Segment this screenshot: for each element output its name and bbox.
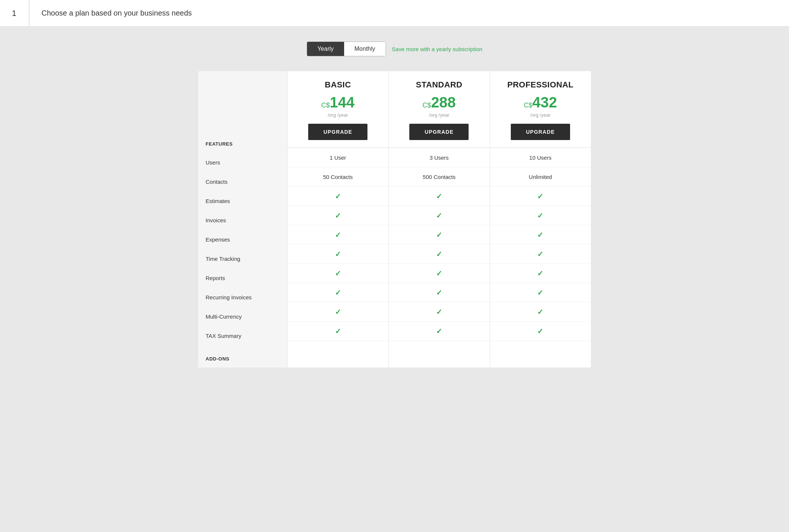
toggle-group: Yearly Monthly <box>307 41 386 56</box>
basic-multicurrency-check: ✓ <box>335 307 341 316</box>
basic-reports-check: ✓ <box>335 269 341 278</box>
professional-reports-cell: ✓ <box>490 263 591 283</box>
standard-period: /org /year <box>394 112 483 118</box>
standard-currency: C$ <box>423 102 431 109</box>
standard-upgrade-button[interactable]: UPGRADE <box>409 124 469 140</box>
professional-contacts-cell: Unlimited <box>490 167 591 186</box>
standard-timetracking-cell: ✓ <box>389 244 489 263</box>
feature-tax-label: TAX Summary <box>198 326 287 345</box>
features-header: FEATURES <box>198 71 287 153</box>
step-title: Choose a plan based on your business nee… <box>30 9 204 17</box>
yearly-toggle-button[interactable]: Yearly <box>307 42 344 56</box>
basic-tax-cell: ✓ <box>287 321 388 340</box>
basic-period: /org /year <box>293 112 382 118</box>
professional-amount: 432 <box>532 94 557 110</box>
professional-invoices-cell: ✓ <box>490 206 591 225</box>
basic-contacts-cell: 50 Contacts <box>287 167 388 186</box>
standard-reports-cell: ✓ <box>389 263 489 283</box>
basic-plan-header: BASIC C$144 /org /year UPGRADE <box>287 71 388 148</box>
professional-expenses-cell: ✓ <box>490 225 591 244</box>
feature-recurring-label: Recurring Invoices <box>198 287 287 307</box>
standard-multicurrency-cell: ✓ <box>389 302 489 321</box>
main-content: Yearly Monthly Save more with a yearly s… <box>191 27 598 382</box>
standard-estimates-cell: ✓ <box>389 186 489 206</box>
basic-timetracking-cell: ✓ <box>287 244 388 263</box>
standard-multicurrency-check: ✓ <box>436 307 442 316</box>
plans-grid: FEATURES Users Contacts Estimates Invoic… <box>198 71 591 368</box>
professional-currency: C$ <box>524 102 532 109</box>
professional-upgrade-button[interactable]: UPGRADE <box>511 124 570 140</box>
basic-recurring-cell: ✓ <box>287 283 388 302</box>
standard-plan-price: C$288 <box>394 94 483 111</box>
professional-multicurrency-cell: ✓ <box>490 302 591 321</box>
professional-expenses-check: ✓ <box>537 230 543 239</box>
standard-amount: 288 <box>431 94 456 110</box>
professional-recurring-check: ✓ <box>537 288 543 297</box>
standard-recurring-check: ✓ <box>436 288 442 297</box>
professional-tax-check: ✓ <box>537 327 543 336</box>
standard-addons-spacer <box>389 340 489 363</box>
feature-reports-label: Reports <box>198 268 287 287</box>
standard-tax-cell: ✓ <box>389 321 489 340</box>
addons-header: ADD-ONS <box>198 345 287 368</box>
basic-recurring-check: ✓ <box>335 288 341 297</box>
basic-upgrade-button[interactable]: UPGRADE <box>308 124 367 140</box>
standard-expenses-cell: ✓ <box>389 225 489 244</box>
basic-currency: C$ <box>321 102 330 109</box>
professional-users-cell: 10 Users <box>490 148 591 167</box>
standard-users-cell: 3 Users <box>389 148 489 167</box>
basic-estimates-check: ✓ <box>335 192 341 201</box>
professional-invoices-check: ✓ <box>537 211 543 220</box>
professional-plan-price: C$432 <box>496 94 585 111</box>
plan-professional-column: PROFESSIONAL C$432 /org /year UPGRADE 10… <box>490 71 591 368</box>
basic-addons-spacer <box>287 340 388 363</box>
standard-contacts-cell: 500 Contacts <box>389 167 489 186</box>
basic-invoices-check: ✓ <box>335 211 341 220</box>
professional-estimates-cell: ✓ <box>490 186 591 206</box>
basic-users-cell: 1 User <box>287 148 388 167</box>
feature-invoices-label: Invoices <box>198 210 287 230</box>
standard-invoices-cell: ✓ <box>389 206 489 225</box>
basic-amount: 144 <box>330 94 354 110</box>
feature-timetracking-label: Time Tracking <box>198 249 287 268</box>
professional-estimates-check: ✓ <box>537 192 543 201</box>
basic-expenses-cell: ✓ <box>287 225 388 244</box>
feature-multicurrency-label: Multi-Currency <box>198 307 287 326</box>
basic-plan-name: BASIC <box>293 80 382 90</box>
professional-plan-header: PROFESSIONAL C$432 /org /year UPGRADE <box>490 71 591 148</box>
basic-tax-check: ✓ <box>335 327 341 336</box>
standard-timetracking-check: ✓ <box>436 250 442 259</box>
basic-multicurrency-cell: ✓ <box>287 302 388 321</box>
standard-estimates-check: ✓ <box>436 192 442 201</box>
basic-estimates-cell: ✓ <box>287 186 388 206</box>
professional-addons-spacer <box>490 340 591 363</box>
features-column: FEATURES Users Contacts Estimates Invoic… <box>198 71 287 368</box>
basic-expenses-check: ✓ <box>335 230 341 239</box>
professional-reports-check: ✓ <box>537 269 543 278</box>
standard-invoices-check: ✓ <box>436 211 442 220</box>
standard-plan-name: STANDARD <box>394 80 483 90</box>
billing-toggle: Yearly Monthly Save more with a yearly s… <box>198 41 591 56</box>
standard-tax-check: ✓ <box>436 327 442 336</box>
feature-contacts-label: Contacts <box>198 172 287 191</box>
professional-timetracking-check: ✓ <box>537 250 543 259</box>
standard-expenses-check: ✓ <box>436 230 442 239</box>
feature-users-label: Users <box>198 153 287 172</box>
feature-expenses-label: Expenses <box>198 230 287 249</box>
professional-tax-cell: ✓ <box>490 321 591 340</box>
monthly-toggle-button[interactable]: Monthly <box>344 42 386 56</box>
standard-recurring-cell: ✓ <box>389 283 489 302</box>
step-number: 1 <box>0 0 30 26</box>
basic-plan-price: C$144 <box>293 94 382 111</box>
standard-plan-header: STANDARD C$288 /org /year UPGRADE <box>389 71 489 148</box>
save-text: Save more with a yearly subscription <box>392 46 482 52</box>
professional-plan-name: PROFESSIONAL <box>496 80 585 90</box>
page-header: 1 Choose a plan based on your business n… <box>0 0 789 27</box>
basic-timetracking-check: ✓ <box>335 250 341 259</box>
professional-timetracking-cell: ✓ <box>490 244 591 263</box>
professional-period: /org /year <box>496 112 585 118</box>
basic-reports-cell: ✓ <box>287 263 388 283</box>
basic-invoices-cell: ✓ <box>287 206 388 225</box>
plan-basic-column: BASIC C$144 /org /year UPGRADE 1 User 50… <box>287 71 388 368</box>
plan-standard-column: STANDARD C$288 /org /year UPGRADE 3 User… <box>388 71 489 368</box>
